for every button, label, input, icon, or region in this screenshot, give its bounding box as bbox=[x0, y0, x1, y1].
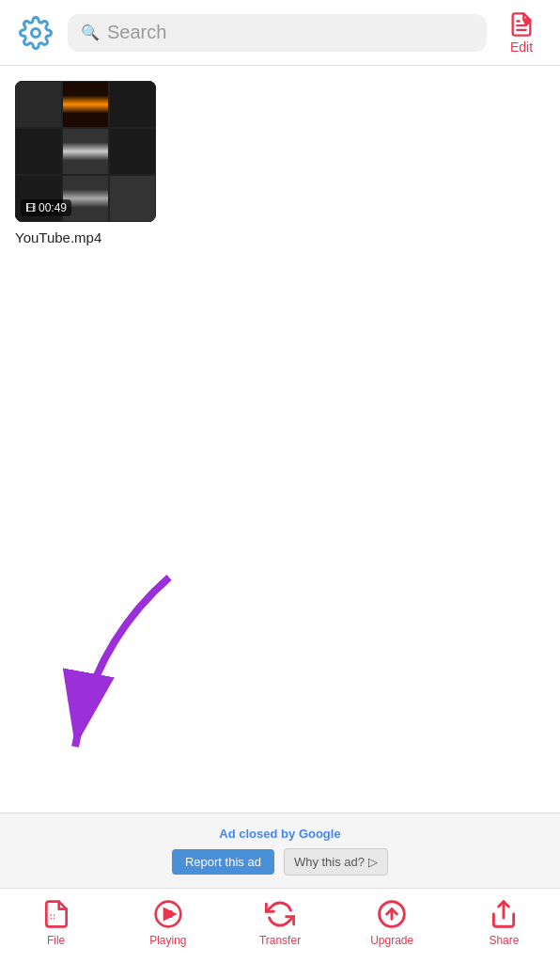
tab-playing-label: Playing bbox=[149, 934, 186, 947]
file-item[interactable]: 🎞 00:49 YouTube.mp4 bbox=[15, 81, 156, 245]
tab-file-label: File bbox=[47, 934, 65, 947]
thumb-cell-2 bbox=[62, 81, 109, 128]
search-placeholder: Search bbox=[107, 22, 166, 43]
playing-tab-icon bbox=[152, 898, 184, 930]
search-icon: 🔍 bbox=[81, 24, 100, 41]
ad-actions: Report this ad Why this ad? ▷ bbox=[172, 848, 388, 876]
tab-playing[interactable]: Playing bbox=[112, 898, 224, 947]
svg-point-0 bbox=[32, 28, 40, 37]
edit-button[interactable]: + Edit bbox=[498, 11, 545, 55]
tab-upgrade[interactable]: Upgrade bbox=[336, 898, 448, 947]
thumb-cell-1 bbox=[15, 81, 62, 128]
file-name: YouTube.mp4 bbox=[15, 229, 101, 245]
tab-file[interactable]: File bbox=[0, 898, 112, 947]
edit-label: Edit bbox=[510, 39, 533, 55]
settings-icon[interactable] bbox=[15, 12, 56, 54]
tab-upgrade-label: Upgrade bbox=[370, 934, 413, 947]
film-icon: 🎞 bbox=[25, 202, 36, 213]
why-ad-icon: ▷ bbox=[368, 855, 378, 869]
tab-share[interactable]: Share bbox=[448, 898, 560, 947]
why-ad-button[interactable]: Why this ad? ▷ bbox=[284, 848, 388, 876]
report-ad-button[interactable]: Report this ad bbox=[172, 849, 274, 875]
google-text: Google bbox=[299, 827, 341, 841]
thumb-cell-9 bbox=[109, 175, 156, 222]
file-thumbnail: 🎞 00:49 bbox=[15, 81, 156, 222]
tab-transfer-label: Transfer bbox=[259, 934, 301, 947]
thumb-cell-6 bbox=[109, 128, 156, 175]
tab-share-label: Share bbox=[489, 934, 519, 947]
app-header: 🔍 Search + Edit bbox=[0, 0, 560, 66]
upgrade-tab-icon bbox=[376, 898, 408, 930]
thumb-cell-3 bbox=[109, 81, 156, 128]
tab-transfer[interactable]: Transfer bbox=[224, 898, 335, 947]
thumb-cell-5 bbox=[62, 128, 109, 175]
svg-text:+: + bbox=[525, 20, 529, 25]
main-content: 🎞 00:49 YouTube.mp4 bbox=[0, 66, 560, 813]
file-tab-icon bbox=[40, 898, 72, 930]
search-bar[interactable]: 🔍 Search bbox=[68, 14, 487, 52]
duration-text: 00:49 bbox=[39, 201, 67, 214]
ad-closed-text: Ad closed by Google bbox=[219, 827, 340, 841]
transfer-tab-icon bbox=[264, 898, 296, 930]
share-tab-icon bbox=[488, 898, 520, 930]
duration-badge: 🎞 00:49 bbox=[21, 199, 71, 216]
tab-bar: File Playing Transfer bbox=[0, 888, 560, 963]
edit-icon: + bbox=[508, 11, 535, 38]
thumb-cell-4 bbox=[15, 128, 62, 175]
svg-marker-13 bbox=[164, 908, 175, 919]
ad-banner: Ad closed by Google Report this ad Why t… bbox=[0, 813, 560, 888]
